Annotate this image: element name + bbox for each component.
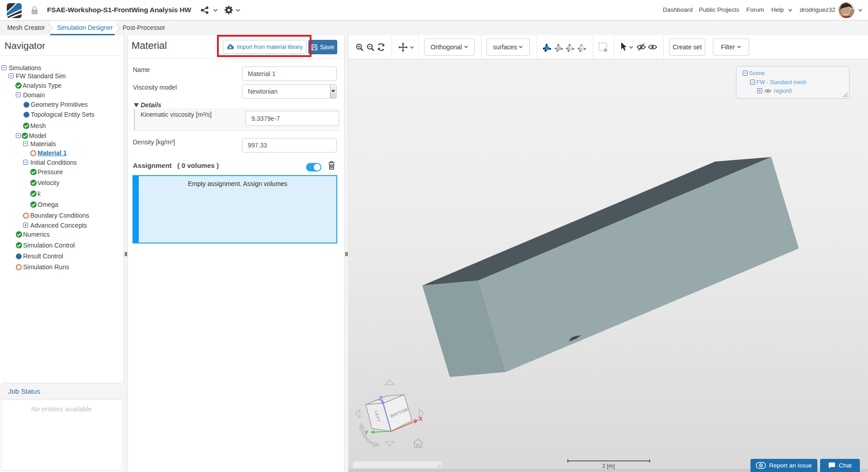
svg-text:X: X: [419, 415, 423, 422]
svg-text:Z: Z: [379, 395, 382, 402]
svg-text:2 [m]: 2 [m]: [602, 463, 615, 469]
svg-text:Y: Y: [364, 429, 368, 436]
